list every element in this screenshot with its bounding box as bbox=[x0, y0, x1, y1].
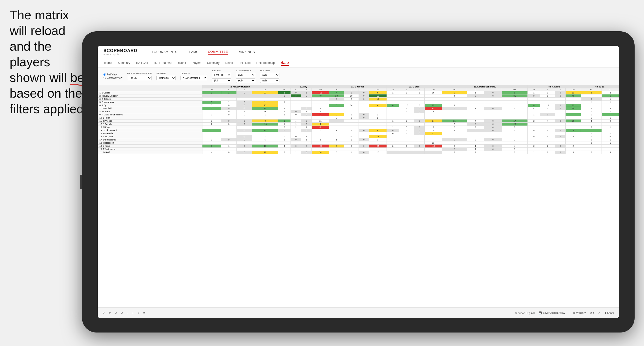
region-sub-select[interactable]: (All) bbox=[212, 78, 231, 83]
watch-button[interactable]: ◉ Watch ▾ bbox=[573, 311, 586, 315]
logo-powered-by: Powered by clippd bbox=[104, 53, 137, 56]
view-mode-group: Full View Compact View bbox=[104, 73, 122, 79]
conference-select[interactable]: (All) bbox=[236, 73, 255, 77]
sub-nav-summary[interactable]: Summary bbox=[118, 60, 130, 66]
sub-nav-matrix2[interactable]: Matrix bbox=[280, 60, 289, 66]
player-name: 14. S Srichantamit bbox=[98, 129, 202, 132]
division-filter: Division NCAA Division II bbox=[180, 72, 207, 80]
nav-rankings[interactable]: RANKINGS bbox=[238, 49, 255, 55]
table-row: 6. A Dy 30011 01414 017025 1 010013 bbox=[98, 104, 619, 107]
players-filter: Players (All) (All) bbox=[260, 69, 280, 83]
table-row: 13. N Klug 021-2 1003 0201 01 bbox=[98, 126, 619, 129]
player-name: 9. A Maria Jimenez Rios bbox=[98, 113, 202, 116]
view-original-button[interactable]: 👁 View: Original bbox=[515, 312, 535, 315]
sub-nav-teams[interactable]: Teams bbox=[104, 60, 112, 66]
nav-committee[interactable]: COMMITTEE bbox=[208, 49, 228, 55]
table-row: 11. G Woods 3000 14011 10014 114017 2402… bbox=[98, 120, 619, 123]
sub-nav-h2h-grid[interactable]: H2H Grid bbox=[136, 60, 148, 66]
conference-filter: Conference (All) (All) bbox=[236, 69, 255, 83]
player-name: 13. N Klug bbox=[98, 126, 202, 129]
player-name: 2. M Kelly Mulcahy bbox=[98, 94, 202, 98]
toolbar-divider bbox=[569, 311, 569, 315]
reset-button[interactable]: ⟳ bbox=[143, 311, 145, 315]
player-name: 11. G Woods bbox=[98, 120, 202, 123]
table-row: 21. O Stoll 40019 21014 31010 2211 1109 … bbox=[98, 151, 619, 154]
sub-nav-summary2[interactable]: Summary bbox=[207, 60, 219, 66]
division-select[interactable]: NCAA Division II bbox=[180, 76, 207, 80]
table-row: 9. A Maria Jimenez Rios 1001 100-7 0102 … bbox=[98, 113, 619, 116]
sub-nav-matrix[interactable]: Matrix bbox=[178, 60, 186, 66]
sub-nav-h2h-heatmap2[interactable]: H2H Heatmap bbox=[256, 60, 274, 66]
expand-button[interactable]: ⤢ bbox=[598, 311, 600, 315]
sub-nav-h2h-grid2[interactable]: H2H Grid bbox=[238, 60, 250, 66]
region-filter: Region East - DII (All) bbox=[212, 69, 231, 83]
tool-button[interactable]: ⚙ ▾ bbox=[590, 311, 594, 315]
region-select[interactable]: East - DII bbox=[212, 73, 231, 77]
table-row: 19. J Kanh 31013 400-20 400-35 210-18 01… bbox=[98, 145, 619, 148]
table-row: 1. J Garcia 31027 301-11 4100 11110 0106… bbox=[98, 91, 619, 94]
col-header-l-marie: 23. L Marie Schumac. bbox=[442, 85, 528, 88]
col-header-a-dy: 6. A Dy bbox=[278, 85, 329, 88]
player-name: 12. A Bianchi bbox=[98, 123, 202, 126]
tool4-button[interactable]: ⊕ bbox=[121, 311, 123, 315]
player-name: 3. S Jelinek bbox=[98, 98, 202, 101]
full-view-radio[interactable]: Full View bbox=[104, 73, 122, 76]
table-row: 18. H Hodgson 11 01 bbox=[98, 142, 619, 145]
undo-button[interactable]: ↺ bbox=[102, 311, 105, 315]
gender-select[interactable]: Women's bbox=[156, 76, 176, 80]
nav-teams[interactable]: TEAMS bbox=[187, 49, 198, 55]
tool5-button[interactable]: ○ bbox=[138, 312, 139, 315]
logo-area: SCOREBOARD Powered by clippd bbox=[104, 48, 137, 56]
sub-navigation: Teams Summary H2H Grid H2H Heatmap Matri… bbox=[98, 58, 619, 67]
sub-nav-h2h-heatmap[interactable]: H2H Heatmap bbox=[154, 60, 172, 66]
max-players-filter: Max players in view Top 25 bbox=[127, 72, 152, 80]
col-header-m-kelly: 2. M Kelly Mulcahy bbox=[202, 85, 278, 88]
wlt-t1: T bbox=[237, 88, 252, 91]
matrix-area[interactable]: 2. M Kelly Mulcahy 6. A Dy 11. G Woods 2… bbox=[98, 85, 619, 309]
player-name: 8. M Torres bbox=[98, 110, 202, 113]
col-header-g-woods: 11. G Woods bbox=[329, 85, 386, 88]
header-player-name bbox=[98, 85, 202, 91]
col-header-o-stoll: 21. O Stoll bbox=[386, 85, 442, 88]
player-name: 1. J Garcia bbox=[98, 91, 202, 94]
tablet-side-button bbox=[80, 175, 82, 189]
max-players-select[interactable]: Top 25 bbox=[127, 76, 152, 80]
table-row: 10. L Perini 0102 11 bbox=[98, 116, 619, 120]
sub-nav-detail[interactable]: Detail bbox=[225, 60, 233, 66]
table-row: 8. M Torres 0010 1012 103 01 bbox=[98, 110, 619, 113]
table-row: 2. M Kelly Mulcahy 07040 1010050 40035 0… bbox=[98, 94, 619, 98]
player-name: 7. O Mitchell bbox=[98, 107, 202, 110]
wlt-w1: W bbox=[202, 88, 221, 91]
table-row: 14. S Srichantamit 31018 0105 1204 0105 … bbox=[98, 129, 619, 132]
player-name: 15. H Stranda bbox=[98, 132, 202, 135]
player-name: 5. A Nomrowski bbox=[98, 101, 202, 104]
table-row: 5. A Nomrowski 310-11 1 11 bbox=[98, 101, 619, 104]
table-row: 12. A Bianchi 200-10 1104 20025 bbox=[98, 123, 619, 126]
redo-button[interactable]: ↻ bbox=[108, 311, 111, 315]
share-button[interactable]: ⬆ Share bbox=[604, 311, 614, 315]
col-header-w-za: 60. W Za bbox=[581, 85, 619, 88]
player-name: 21. O Stoll bbox=[98, 151, 202, 154]
table-row: 20. E Andersson 0108 bbox=[98, 148, 619, 151]
players-sub-select[interactable]: (All) bbox=[260, 78, 280, 83]
sub-nav-players[interactable]: Players bbox=[192, 60, 201, 66]
plus-button[interactable]: + bbox=[132, 312, 134, 315]
minus-button[interactable]: − bbox=[127, 312, 128, 315]
logo-text: SCOREBOARD bbox=[104, 48, 137, 53]
table-row: 17. D Ballesteros 1005 2013 1101 0207 01 bbox=[98, 138, 619, 142]
top-navigation: SCOREBOARD Powered by clippd TOURNAMENTS… bbox=[98, 46, 619, 58]
player-name: 10. L Perini bbox=[98, 116, 202, 120]
compact-view-radio[interactable]: Compact View bbox=[104, 77, 122, 79]
wlt-dif1: Dif bbox=[252, 88, 278, 91]
players-select[interactable]: (All) bbox=[260, 73, 280, 77]
table-row: 16. X Mcgaha 2101 0010 00111 0103 00 bbox=[98, 135, 619, 138]
nav-tournaments[interactable]: TOURNAMENTS bbox=[152, 49, 177, 55]
player-name: 20. E Andersson bbox=[98, 148, 202, 151]
filter-row: Full View Compact View Max players in vi… bbox=[98, 67, 619, 85]
table-row: 7. O Mitchell 30018 2202 120-4 0104 4002… bbox=[98, 107, 619, 110]
player-name: 17. D Ballesteros bbox=[98, 138, 202, 142]
conference-sub-select[interactable]: (All) bbox=[236, 78, 255, 83]
save-custom-button[interactable]: 💾 Save Custom View bbox=[538, 311, 565, 315]
tool3-button[interactable]: ⊙ bbox=[114, 311, 117, 315]
player-name: 19. J Kanh bbox=[98, 145, 202, 148]
